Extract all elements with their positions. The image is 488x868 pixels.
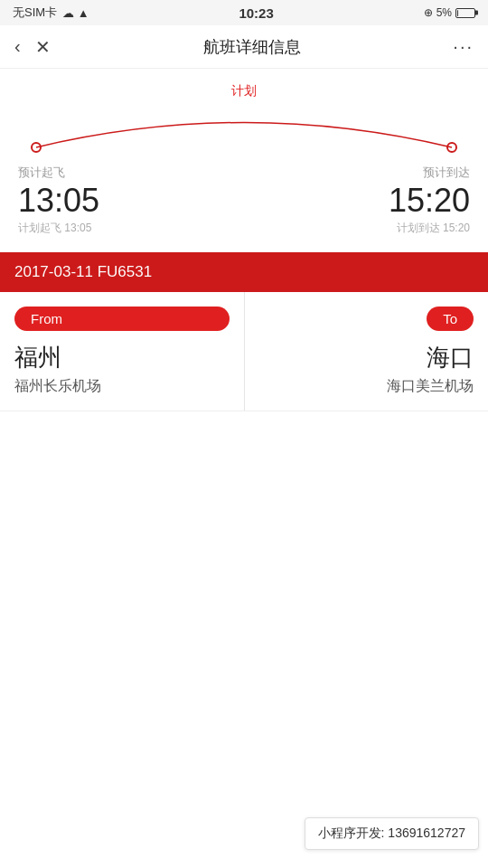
battery-percent: 5% [436, 6, 452, 19]
flight-info-bar: 2017-03-11 FU6531 [0, 252, 488, 292]
from-col: From 福州 福州长乐机场 [0, 292, 244, 410]
from-airport: 福州长乐机场 [14, 377, 230, 396]
status-bar: 无SIM卡 ☁ ▲ 10:23 ⊕ 5% [0, 0, 488, 25]
wifi-icon: ☁ ▲ [62, 6, 89, 20]
arrive-time: 15:20 [389, 183, 470, 219]
page-title: 航班详细信息 [51, 36, 454, 58]
depart-label: 预计起飞 [18, 165, 99, 181]
from-to-section: From 福州 福州长乐机场 To 海口 海口美兰机场 [0, 292, 488, 411]
date-flight-label: 2017-03-11 FU6531 [14, 263, 152, 280]
watermark-text: 小程序开发: 13691612727 [318, 826, 465, 840]
status-left: 无SIM卡 ☁ ▲ [13, 5, 89, 21]
nav-bar: ‹ ✕ 航班详细信息 ··· [0, 25, 488, 69]
arrive-label: 预计到达 [423, 165, 470, 181]
battery-icon [455, 8, 475, 18]
depart-block: 预计起飞 13:05 计划起飞 13:05 [18, 165, 99, 236]
depart-sub: 计划起飞 13:05 [18, 221, 99, 236]
close-button[interactable]: ✕ [35, 36, 51, 58]
to-city: 海口 [427, 342, 474, 373]
arrive-sub: 计划到达 15:20 [397, 221, 470, 236]
flight-arc [18, 107, 470, 161]
footer-watermark: 小程序开发: 13691612727 [305, 817, 479, 850]
to-col: To 海口 海口美兰机场 [244, 292, 489, 410]
from-badge: From [14, 307, 230, 331]
to-badge: To [427, 307, 474, 331]
more-button[interactable]: ··· [453, 36, 474, 57]
time-label: 10:23 [239, 5, 273, 21]
nav-left: ‹ ✕ [14, 36, 51, 58]
arc-svg [18, 107, 470, 161]
content: 计划 预计起飞 13:05 计划起飞 13:05 预计到达 15:20 [0, 69, 488, 411]
time-row: 预计起飞 13:05 计划起飞 13:05 预计到达 15:20 计划到达 15… [18, 165, 470, 236]
carrier-label: 无SIM卡 [13, 5, 57, 21]
flight-arc-section: 计划 预计起飞 13:05 计划起飞 13:05 预计到达 15:20 [0, 69, 488, 245]
location-icon: ⊕ [424, 6, 433, 19]
arrive-block: 预计到达 15:20 计划到达 15:20 [389, 165, 470, 236]
plan-label: 计划 [18, 83, 470, 99]
back-button[interactable]: ‹ [14, 36, 21, 57]
status-right: ⊕ 5% [424, 6, 475, 19]
from-city: 福州 [14, 342, 230, 373]
to-airport: 海口美兰机场 [387, 377, 474, 396]
depart-time: 13:05 [18, 183, 99, 219]
